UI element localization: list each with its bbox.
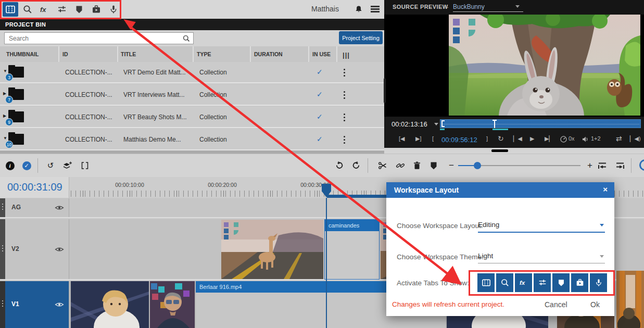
close-icon[interactable]: × — [603, 185, 608, 194]
match-frame-icon[interactable] — [79, 160, 91, 171]
theme-select[interactable]: Light — [478, 252, 605, 263]
panel-divider-handle[interactable] — [384, 78, 386, 103]
item-count-badge: 9 — [5, 118, 13, 126]
tab-toggle-settings[interactable] — [534, 273, 551, 292]
tab-toggle-transcript[interactable] — [515, 273, 532, 292]
col-id[interactable]: ID — [62, 51, 68, 57]
track-drag-handle[interactable] — [0, 281, 5, 328]
tab-toggle-project-bin[interactable] — [477, 273, 495, 292]
marker-button[interactable] — [428, 160, 439, 171]
clip-interview-1[interactable] — [71, 281, 149, 328]
tab-transcript[interactable] — [37, 2, 53, 17]
chevron-down-icon[interactable] — [434, 123, 438, 128]
subclip-marker — [440, 129, 445, 130]
tab-markers[interactable] — [71, 2, 87, 17]
tab-library[interactable] — [89, 2, 104, 17]
tab-project-bin[interactable] — [3, 2, 18, 17]
next-frame-button[interactable]: ▶▏ — [545, 135, 553, 142]
layout-select[interactable]: Editing — [478, 221, 605, 233]
table-row[interactable]: ▶ 7 COLLECTION-... VRT Interviews Matt..… — [0, 84, 384, 106]
info-button[interactable]: i — [4, 160, 16, 171]
expand-caret-icon[interactable]: ▼ — [3, 69, 7, 73]
unlink-button[interactable] — [395, 160, 406, 171]
eye-icon[interactable] — [54, 203, 65, 213]
mark-in-button[interactable]: [ — [432, 135, 434, 142]
prev-frame-button[interactable]: ▏◀ — [513, 135, 522, 142]
tab-toggle-search[interactable] — [496, 273, 513, 292]
insert-edit-button[interactable] — [597, 160, 608, 171]
cell-id: COLLECTION-... — [65, 113, 112, 121]
col-in-use[interactable]: IN USE — [312, 51, 331, 57]
table-row[interactable]: ▼ 10 COLLECTION-... Matthias Demo Me... … — [0, 129, 384, 150]
expand-caret-icon[interactable]: ▼ — [3, 136, 7, 141]
preview-scrubber[interactable] — [440, 119, 641, 128]
clip-interview-2[interactable] — [150, 281, 195, 328]
zoom-out-button[interactable]: − — [446, 160, 457, 171]
bell-icon — [354, 5, 363, 14]
cancel-button[interactable]: Cancel — [541, 300, 571, 309]
track-v1-header[interactable]: V1 — [0, 281, 69, 328]
mark-out-button[interactable]: ] — [486, 135, 488, 142]
loop-icon[interactable]: ↻ — [498, 134, 504, 143]
redo-button[interactable] — [351, 160, 362, 171]
speaker-icon[interactable] — [581, 135, 590, 144]
col-thumbnail[interactable]: THUMBNAIL — [6, 51, 39, 57]
track-ag-header[interactable]: AG — [0, 198, 69, 217]
tab-search[interactable] — [20, 2, 35, 17]
video-preview[interactable] — [449, 15, 640, 116]
tab-settings[interactable] — [54, 2, 70, 17]
zoom-slider-knob[interactable] — [474, 162, 481, 169]
speed-gauge-icon[interactable] — [559, 135, 568, 144]
row-menu-icon[interactable] — [344, 136, 345, 137]
menu-button[interactable] — [371, 6, 380, 12]
expand-caret-icon[interactable]: ▶ — [3, 91, 6, 96]
go-to-end-icon[interactable]: ▏◀) — [630, 135, 641, 142]
search-input[interactable] — [4, 32, 194, 44]
clip-caminandes-selected[interactable]: caminandes — [324, 219, 380, 280]
cut-button[interactable] — [377, 160, 388, 171]
col-duration[interactable]: DURATION — [254, 51, 283, 57]
eye-icon[interactable] — [54, 299, 65, 310]
shuttle-icon[interactable]: ⇄ — [616, 134, 622, 143]
tab-toggle-library[interactable] — [571, 273, 588, 292]
project-setting-button[interactable]: Project Setting — [339, 31, 383, 44]
jump-to-out-button[interactable]: ▶] — [415, 135, 422, 142]
panel-resize-handle[interactable] — [491, 149, 508, 152]
play-button[interactable]: ▶ — [530, 135, 534, 142]
source-clip-selector[interactable]: BuckBunny — [453, 3, 523, 12]
expand-caret-icon[interactable]: ▶ — [3, 113, 6, 118]
track-v2-header[interactable]: V2 — [0, 219, 69, 279]
zoom-in-button[interactable]: + — [584, 160, 596, 171]
row-menu-icon[interactable] — [344, 113, 345, 115]
timeline-zoom-slider[interactable] — [458, 165, 580, 166]
jump-to-in-button[interactable]: [◀ — [399, 135, 405, 142]
overwrite-edit-button[interactable] — [614, 160, 626, 171]
undo-button[interactable] — [333, 160, 345, 171]
clip-caminandes-video[interactable] — [221, 220, 323, 279]
col-title[interactable]: TITLE — [121, 51, 136, 57]
track-drag-handle[interactable] — [0, 198, 5, 217]
ok-button[interactable]: Ok — [587, 300, 603, 309]
row-menu-icon[interactable] — [344, 69, 345, 70]
columns-config-icon[interactable]: ||| — [343, 51, 350, 59]
chevron-down-icon[interactable] — [515, 5, 520, 10]
chevron-down-icon — [600, 255, 604, 260]
preview-position-timecode[interactable]: 00:02:13:16 — [392, 120, 427, 128]
track-drag-handle[interactable] — [0, 219, 5, 279]
eye-icon[interactable] — [54, 244, 65, 255]
clip-doorway[interactable] — [616, 271, 644, 328]
table-row[interactable]: ▼ 3 COLLECTION-... VRT Demo Edit Matt...… — [0, 62, 384, 83]
add-layer-icon[interactable] — [61, 160, 73, 171]
scrubber-playhead[interactable] — [494, 120, 495, 128]
notifications-button[interactable] — [351, 2, 367, 17]
delete-button[interactable] — [411, 160, 423, 171]
reset-icon[interactable]: ↺ — [45, 160, 56, 171]
tab-toggle-voice-over[interactable] — [590, 273, 607, 292]
tab-voice-over[interactable] — [106, 2, 121, 17]
approve-button[interactable]: ✓ — [21, 160, 32, 171]
cell-title: Matthias Demo Me... — [123, 136, 181, 143]
col-type[interactable]: TYPE — [197, 51, 211, 57]
tab-toggle-markers[interactable] — [552, 273, 570, 292]
table-row[interactable]: ▶ 9 COLLECTION-... VRT Beauty Shots M...… — [0, 107, 384, 128]
row-menu-icon[interactable] — [344, 91, 345, 93]
